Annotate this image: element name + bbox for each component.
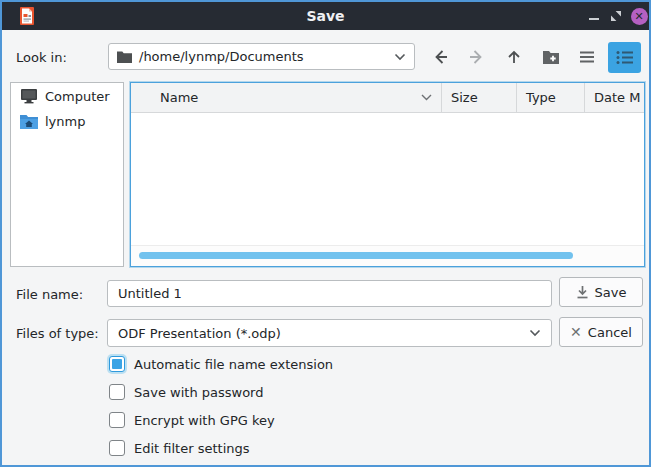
checkbox[interactable] (109, 384, 125, 400)
sidebar-item-label: lynmp (45, 114, 85, 129)
option-save-password[interactable]: Save with password (109, 384, 263, 400)
option-auto-extension[interactable]: Automatic file name extension (109, 356, 333, 372)
file-name-label: File name: (16, 287, 83, 302)
file-list-viewport[interactable] (131, 113, 644, 246)
column-header-name[interactable]: Name (131, 83, 441, 112)
column-header-type[interactable]: Type (516, 83, 584, 112)
horizontal-scrollbar[interactable] (131, 246, 644, 266)
option-label: Automatic file name extension (134, 357, 333, 372)
cancel-button[interactable]: ✕ Cancel (559, 317, 643, 347)
checkbox[interactable] (109, 412, 125, 428)
file-type-value: ODF Presentation (*.odp) (118, 326, 529, 341)
save-icon (576, 285, 589, 299)
option-label: Edit filter settings (134, 441, 250, 456)
look-in-path: /home/lynmp/Documents (139, 49, 387, 64)
column-header-date[interactable]: Date M (584, 83, 644, 112)
new-folder-button[interactable] (542, 48, 560, 66)
window-title: Save (2, 8, 649, 24)
look-in-combobox[interactable]: /home/lynmp/Documents (108, 43, 415, 70)
option-label: Encrypt with GPG key (134, 413, 275, 428)
up-button[interactable] (505, 48, 523, 66)
checkbox[interactable] (109, 440, 125, 456)
file-type-combobox[interactable]: ODF Presentation (*.odp) (107, 319, 552, 347)
close-icon: ✕ (631, 8, 648, 25)
sort-indicator-icon (421, 94, 432, 101)
restore-icon (610, 10, 622, 22)
sidebar-item-computer[interactable]: Computer (11, 83, 123, 109)
detail-view-button[interactable] (608, 42, 641, 73)
minimize-button[interactable] (585, 2, 603, 30)
detail-view-icon (616, 50, 633, 65)
chevron-down-icon (394, 53, 406, 61)
option-label: Save with password (134, 385, 263, 400)
places-sidebar: Computer lynmp (10, 82, 124, 267)
back-button[interactable] (431, 48, 449, 66)
folder-icon (117, 50, 132, 63)
scrollbar-thumb[interactable] (139, 252, 573, 259)
save-dialog-window: Save ✕ Look in: /home/lynmp/Documents (0, 0, 651, 467)
sidebar-item-label: Computer (45, 89, 110, 104)
home-folder-icon (20, 114, 38, 129)
cancel-icon: ✕ (570, 324, 582, 340)
computer-icon (20, 88, 38, 104)
file-type-label: Files of type: (16, 326, 99, 341)
file-name-input[interactable] (107, 280, 552, 307)
option-encrypt-gpg[interactable]: Encrypt with GPG key (109, 412, 275, 428)
look-in-label: Look in: (16, 50, 67, 65)
cancel-button-label: Cancel (588, 325, 632, 340)
sidebar-item-home[interactable]: lynmp (11, 109, 123, 134)
file-list-header: Name Size Type Date M (131, 83, 644, 113)
titlebar[interactable]: Save ✕ (2, 2, 649, 30)
close-button[interactable]: ✕ (629, 2, 649, 30)
restore-button[interactable] (606, 2, 626, 30)
save-button-label: Save (595, 285, 627, 300)
option-edit-filter[interactable]: Edit filter settings (109, 440, 250, 456)
forward-button[interactable] (468, 48, 486, 66)
file-list[interactable]: Name Size Type Date M (130, 82, 645, 267)
list-view-button[interactable] (579, 48, 595, 66)
checkbox[interactable] (109, 356, 125, 372)
save-button[interactable]: Save (559, 277, 643, 307)
column-header-size[interactable]: Size (441, 83, 516, 112)
chevron-down-icon (529, 329, 541, 337)
